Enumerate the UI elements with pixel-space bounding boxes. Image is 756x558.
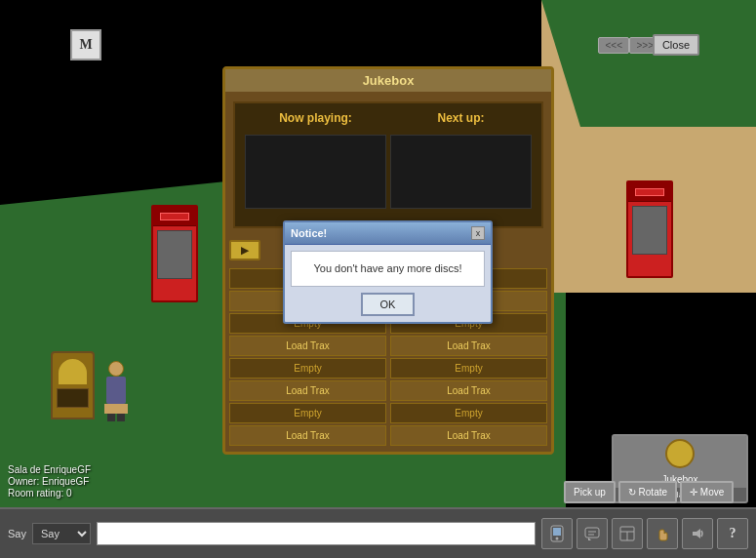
slot-row-2-action: Load Trax Load Trax [229, 336, 547, 356]
slot-row-4: Empty Empty [229, 403, 547, 423]
m-icon-button[interactable]: M [70, 29, 101, 60]
slot-4-left-label: Empty [229, 403, 386, 423]
slot-row-3: Empty Empty [229, 358, 547, 379]
jukebox-title: Jukebox [363, 73, 415, 88]
jukebox-headers: Now playing: Next up: [243, 111, 534, 125]
slot-3-left-label: Empty [229, 358, 386, 379]
phone-box-left [151, 205, 198, 302]
jukebox-display-area [243, 133, 534, 211]
notice-title: Notice! [291, 227, 327, 239]
next-up-display [390, 135, 532, 209]
now-playing-label: Now playing: [243, 111, 388, 125]
slot-2-left-action[interactable]: Load Trax [229, 336, 386, 356]
notice-dialog: Notice! x You don't have any more discs!… [283, 220, 493, 324]
taskbar-icon-help[interactable]: ? [717, 518, 748, 549]
svg-rect-3 [585, 528, 599, 538]
slot-3-left-action[interactable]: Load Trax [229, 380, 386, 401]
notice-ok-button[interactable]: OK [361, 293, 416, 316]
svg-rect-1 [553, 528, 561, 536]
action-buttons: Pick up ↻ Rotate ✛ Move [564, 481, 734, 503]
notice-message: You don't have any more discs! [301, 261, 474, 276]
play-button[interactable]: ▶ [229, 240, 260, 260]
notice-close-button[interactable]: x [471, 226, 485, 240]
slot-2-right-action[interactable]: Load Trax [390, 336, 547, 356]
slot-3-right-label: Empty [390, 358, 547, 379]
say-label: Say [8, 528, 26, 539]
move-button[interactable]: ✛ Move [680, 481, 734, 503]
jukebox-display: Now playing: Next up: [233, 101, 543, 228]
jukebox-title-bar: Jukebox [225, 69, 551, 94]
phone-box-right [626, 180, 673, 278]
taskbar-icon-inventory[interactable] [612, 518, 643, 549]
slot-4-right-label: Empty [390, 403, 547, 423]
room-owner: Owner: EnriqueGF [8, 476, 91, 487]
pickup-button[interactable]: Pick up [564, 481, 616, 503]
close-button[interactable]: Close [653, 34, 699, 56]
taskbar-icons: ? [541, 518, 748, 549]
character-sprite [102, 361, 130, 419]
chat-input[interactable] [97, 522, 536, 545]
now-playing-display [245, 135, 386, 209]
notice-title-bar: Notice! x [285, 222, 491, 245]
taskbar-icon-phone[interactable] [541, 518, 573, 549]
slot-row-3-action: Load Trax Load Trax [229, 380, 547, 401]
svg-marker-10 [693, 529, 700, 538]
slot-row-4-action: Load Trax Load Trax [229, 425, 547, 446]
next-up-label: Next up: [388, 111, 534, 125]
svg-point-2 [556, 538, 559, 540]
room-info: Sala de EnriqueGF Owner: EnriqueGF Room … [8, 464, 91, 499]
taskbar-icon-hand[interactable] [647, 518, 678, 549]
slot-3-right-action[interactable]: Load Trax [390, 380, 547, 401]
jukebox-decoration [51, 351, 95, 419]
slot-4-left-action[interactable]: Load Trax [229, 425, 386, 446]
nav-prev-button[interactable]: <<< [598, 37, 629, 54]
taskbar: Say Say Shout Whisper [0, 507, 756, 558]
slot-4-right-action[interactable]: Load Trax [390, 425, 547, 446]
say-dropdown[interactable]: Say Shout Whisper [32, 523, 91, 544]
taskbar-icon-chat[interactable] [577, 518, 608, 549]
notice-body: You don't have any more discs! [291, 251, 485, 287]
room-name: Sala de EnriqueGF [8, 464, 91, 475]
taskbar-icon-sound[interactable] [682, 518, 713, 549]
room-rating: Room rating: 0 [8, 488, 91, 498]
rotate-button[interactable]: ↻ Rotate [618, 481, 677, 503]
